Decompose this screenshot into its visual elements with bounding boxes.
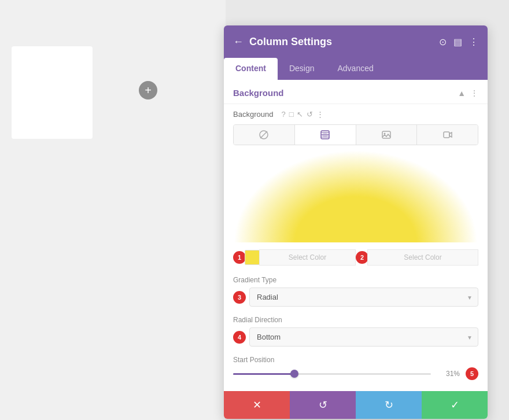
gradient-type-row: 3 Radial Linear Conic ▼ <box>233 288 478 307</box>
select-color-1[interactable]: Select Color <box>259 249 356 266</box>
type-tab-color[interactable] <box>234 125 295 145</box>
svg-rect-6 <box>382 131 390 138</box>
tab-content[interactable]: Content <box>224 58 278 80</box>
gradient-preview <box>233 150 478 242</box>
color-swatch-1[interactable] <box>245 250 260 265</box>
panel-title: Column Settings <box>249 36 332 48</box>
background-label-row: Background ? □ ↖ ↺ ⋮ <box>224 104 488 124</box>
add-element-button[interactable]: + <box>139 81 157 100</box>
panel-header-right: ⊙ ▤ ⋮ <box>439 36 478 47</box>
back-button[interactable]: ← <box>233 36 244 48</box>
badge-3: 3 <box>233 291 246 304</box>
select-color-2[interactable]: Select Color <box>367 249 478 266</box>
start-position-thumb[interactable] <box>290 370 298 378</box>
end-position-label-row: End Position ? ⋮ <box>224 386 488 391</box>
tab-design[interactable]: Design <box>278 58 326 80</box>
focus-icon[interactable]: ⊙ <box>439 36 447 47</box>
layout-icon[interactable]: ▤ <box>453 36 462 47</box>
bg-cursor-icon[interactable]: ↖ <box>297 110 303 119</box>
type-tab-video[interactable] <box>417 125 478 145</box>
canvas-area: + <box>0 0 226 420</box>
type-tab-image[interactable] <box>356 125 418 145</box>
svg-line-1 <box>260 131 267 138</box>
gradient-type-group: Gradient Type 3 Radial Linear Conic ▼ <box>224 272 488 310</box>
start-position-value: 31% <box>437 370 460 378</box>
background-section-header: Background ▲ ⋮ <box>224 80 488 104</box>
start-position-row: 31% 5 <box>233 367 478 380</box>
radial-direction-select[interactable]: Bottom Center Top Left Right <box>249 327 478 347</box>
radial-direction-group: Radial Direction 4 Bottom Center Top Lef… <box>224 312 488 350</box>
panel-footer: ✕ ↺ ↻ ✓ <box>224 391 488 419</box>
start-position-fill <box>233 373 294 375</box>
panel-body: Background ▲ ⋮ Background ? □ ↖ ↺ ⋮ <box>224 80 488 391</box>
section-header-right: ▲ ⋮ <box>458 89 478 98</box>
save-button[interactable]: ✓ <box>422 391 488 419</box>
badge-4: 4 <box>233 331 246 344</box>
reset-button[interactable]: ↺ <box>290 391 356 419</box>
bg-more-icon[interactable]: ⋮ <box>316 110 324 119</box>
svg-rect-8 <box>444 132 449 138</box>
gradient-type-select[interactable]: Radial Linear Conic <box>249 288 478 307</box>
start-position-group: Start Position 31% 5 <box>224 352 488 386</box>
color-stop-1: 1 Select Color <box>233 249 356 266</box>
gradient-type-label: Gradient Type <box>233 276 478 284</box>
type-tab-gradient[interactable] <box>295 125 356 145</box>
bg-help-icon[interactable]: ? <box>281 110 285 119</box>
badge-2: 2 <box>356 251 368 264</box>
radial-direction-select-wrapper: Bottom Center Top Left Right ▼ <box>249 327 478 347</box>
start-position-slider[interactable] <box>233 368 431 380</box>
background-label: Background <box>233 110 273 119</box>
column-settings-panel: ← Column Settings ⊙ ▤ ⋮ Content Design A… <box>224 25 488 419</box>
radial-direction-row: 4 Bottom Center Top Left Right ▼ <box>233 327 478 347</box>
start-position-label: Start Position <box>233 356 478 364</box>
start-position-track <box>233 373 431 375</box>
section-title: Background <box>233 88 284 98</box>
gradient-type-select-wrapper: Radial Linear Conic ▼ <box>249 288 478 307</box>
cancel-button[interactable]: ✕ <box>224 391 290 419</box>
badge-1: 1 <box>233 251 246 264</box>
color-stops-row: 1 Select Color 2 Select Color <box>233 249 478 266</box>
background-type-selector <box>233 124 478 145</box>
tab-advanced[interactable]: Advanced <box>326 58 385 80</box>
radial-direction-label: Radial Direction <box>233 316 478 324</box>
panel-tabs: Content Design Advanced <box>224 58 488 80</box>
collapse-icon[interactable]: ▲ <box>458 89 466 98</box>
bg-copy-icon[interactable]: □ <box>289 110 294 119</box>
panel-header: ← Column Settings ⊙ ▤ ⋮ <box>224 25 488 58</box>
background-icons: ? □ ↖ ↺ ⋮ <box>281 110 324 119</box>
panel-header-left: ← Column Settings <box>233 36 332 48</box>
redo-button[interactable]: ↻ <box>356 391 422 419</box>
badge-5: 5 <box>466 367 478 380</box>
color-stop-2: 2 Select Color <box>356 249 478 266</box>
bg-reset-icon[interactable]: ↺ <box>307 110 313 119</box>
canvas-white-block <box>12 46 93 139</box>
section-more-icon[interactable]: ⋮ <box>470 89 478 98</box>
more-icon[interactable]: ⋮ <box>469 36 478 47</box>
